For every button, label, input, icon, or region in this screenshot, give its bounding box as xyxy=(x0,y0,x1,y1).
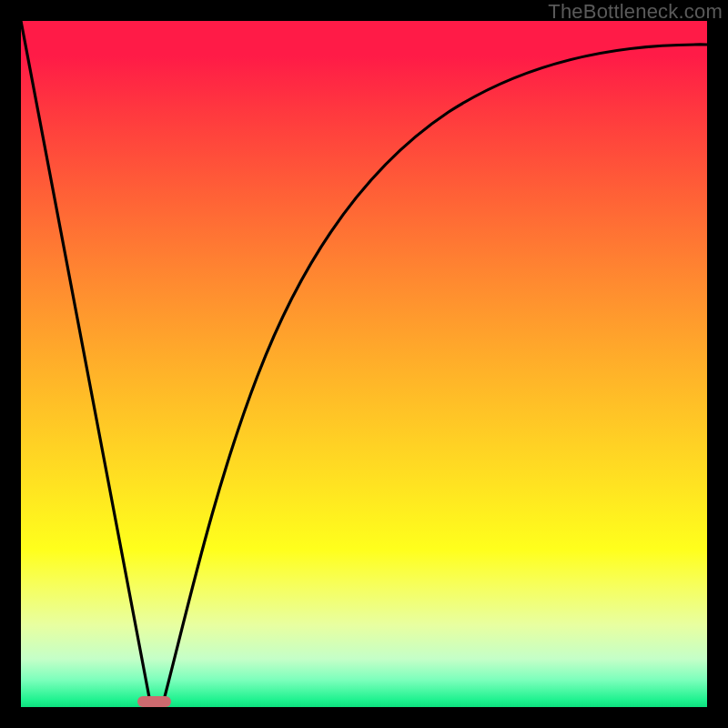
bottleneck-curve xyxy=(21,21,707,707)
chart-frame: TheBottleneck.com xyxy=(0,0,728,728)
curve-right-segment xyxy=(162,45,707,707)
curve-left-segment xyxy=(21,21,151,707)
plot-area xyxy=(21,21,707,707)
optimal-range-marker xyxy=(137,696,171,707)
